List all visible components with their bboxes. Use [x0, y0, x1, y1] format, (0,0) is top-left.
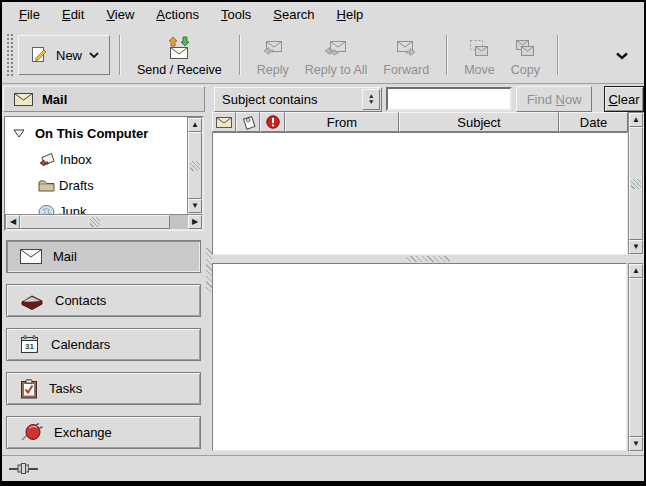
scroll-down-arrow[interactable]: ▼	[188, 199, 202, 213]
scrollbar-thumb[interactable]	[20, 215, 170, 229]
flag-note-icon	[241, 115, 256, 130]
expander-triangle-icon[interactable]	[13, 129, 25, 138]
new-button-label: New	[56, 48, 82, 63]
column-message-status[interactable]	[212, 112, 236, 132]
send-receive-icon	[166, 36, 192, 60]
column-date[interactable]: Date	[559, 112, 628, 132]
new-message-icon	[29, 45, 49, 65]
tree-item-inbox[interactable]: Inbox	[5, 146, 187, 172]
switcher-button-label: Exchange	[54, 425, 112, 440]
preview-pane-scrollbar[interactable]: ▲ ▼	[628, 263, 644, 452]
forward-icon	[394, 38, 418, 60]
content-area: Mail On This Computer	[2, 84, 644, 455]
envelope-status-icon	[216, 117, 232, 128]
scroll-down-arrow[interactable]: ▼	[629, 437, 643, 451]
column-subject[interactable]: Subject	[399, 112, 559, 132]
switcher-button-label: Tasks	[49, 381, 82, 396]
tree-item-junk[interactable]: Junk	[5, 198, 187, 214]
online-status-plug-icon[interactable]	[9, 462, 39, 475]
horizontal-splitter[interactable]	[212, 255, 644, 263]
folder-icon	[38, 179, 55, 192]
forward-label: Forward	[383, 63, 429, 77]
menu-edit[interactable]: Edit	[51, 3, 95, 26]
menu-actions[interactable]: Actions	[145, 3, 210, 26]
dropdown-arrows-icon: ▲▼	[362, 89, 380, 110]
toolbar-separator	[557, 35, 558, 75]
copy-label: Copy	[511, 63, 540, 77]
tree-item-label: Drafts	[59, 178, 94, 193]
tree-item-label: On This Computer	[29, 126, 148, 141]
toolbar-separator	[119, 35, 120, 75]
scroll-up-arrow[interactable]: ▲	[188, 118, 202, 132]
tree-item-label: Inbox	[60, 152, 92, 167]
switcher-button-label: Mail	[53, 249, 77, 264]
column-flag[interactable]	[236, 112, 260, 132]
message-list-body[interactable]	[212, 132, 628, 255]
chevron-down-icon	[616, 52, 628, 60]
switcher-button-mail[interactable]: Mail	[6, 240, 201, 273]
scrollbar-thumb[interactable]	[188, 132, 202, 199]
reply-label: Reply	[257, 63, 289, 77]
scroll-down-arrow[interactable]: ▼	[629, 240, 643, 254]
preview-pane-body[interactable]	[212, 263, 627, 451]
folder-tree-horizontal-scrollbar[interactable]: ◀ ▶	[5, 214, 203, 230]
switcher-button-exchange[interactable]: Exchange	[6, 416, 201, 449]
copy-button[interactable]: Copy	[503, 31, 548, 79]
send-receive-button[interactable]: Send / Receive	[129, 31, 230, 79]
scroll-right-arrow[interactable]: ▶	[188, 215, 202, 229]
scroll-up-arrow[interactable]: ▲	[629, 264, 643, 278]
calendar-icon: 31	[20, 335, 40, 354]
tree-item-on-this-computer[interactable]: On This Computer	[5, 120, 187, 146]
tree-item-drafts[interactable]: Drafts	[5, 172, 187, 198]
toolbar-grip[interactable]	[5, 32, 13, 78]
toolbar-separator	[239, 35, 240, 75]
switcher-button-tasks[interactable]: Tasks	[6, 372, 201, 405]
find-now-button[interactable]: Find Now	[516, 86, 592, 112]
scrollbar-trough[interactable]	[629, 278, 643, 437]
preview-pane: ▲ ▼	[212, 263, 644, 452]
menu-view[interactable]: View	[95, 3, 145, 26]
scrollbar-trough[interactable]	[188, 132, 202, 199]
folder-tree-vertical-scrollbar[interactable]: ▲ ▼	[187, 117, 203, 214]
menu-search[interactable]: Search	[262, 3, 325, 26]
column-from[interactable]: From	[285, 112, 399, 132]
move-button[interactable]: Move	[456, 31, 503, 79]
column-importance[interactable]	[260, 112, 285, 132]
send-receive-label: Send / Receive	[137, 63, 222, 77]
toolbar-overflow-button[interactable]	[612, 44, 632, 67]
switcher-button-calendars[interactable]: 31 Calendars	[6, 328, 201, 361]
scrollbar-trough[interactable]	[20, 215, 188, 229]
message-list: From Subject Date ▲ ▼	[212, 112, 644, 255]
important-icon	[266, 115, 280, 129]
forward-button[interactable]: Forward	[375, 31, 437, 79]
switcher-button-contacts[interactable]: Contacts	[6, 284, 201, 317]
clear-button[interactable]: Clear	[604, 86, 644, 112]
scroll-up-arrow[interactable]: ▲	[629, 113, 643, 127]
tasks-clipboard-icon	[20, 379, 38, 399]
menu-tools[interactable]: Tools	[210, 3, 262, 26]
menu-file[interactable]: File	[8, 3, 51, 26]
evolution-window: File Edit View Actions Tools Search Help…	[0, 0, 646, 486]
scroll-left-arrow[interactable]: ◀	[6, 215, 20, 229]
component-switcher: Mail Contacts 31 Calendars	[6, 240, 201, 449]
menu-help[interactable]: Help	[326, 3, 375, 26]
reply-to-all-button[interactable]: Reply to All	[297, 31, 376, 79]
sidebar-pane-header: Mail	[3, 86, 205, 112]
chevron-down-icon	[89, 52, 99, 58]
new-button[interactable]: New	[18, 35, 110, 75]
copy-icon	[513, 38, 537, 60]
search-bar: Subject contains ▲▼ Find Now Clear	[214, 86, 644, 112]
scrollbar-trough[interactable]	[629, 127, 643, 240]
reply-button[interactable]: Reply	[249, 31, 297, 79]
search-input[interactable]	[386, 87, 512, 111]
scrollbar-thumb[interactable]	[629, 278, 643, 437]
scrollbar-thumb[interactable]	[629, 127, 643, 240]
thumb-grip	[631, 179, 641, 189]
reply-to-all-icon	[324, 38, 348, 60]
switcher-button-label: Calendars	[51, 337, 110, 352]
search-filter-dropdown[interactable]: Subject contains ▲▼	[214, 87, 382, 112]
message-list-scrollbar[interactable]: ▲ ▼	[628, 112, 644, 255]
sidebar: Mail On This Computer	[2, 84, 206, 455]
folder-tree-main: On This Computer Inbox Dra	[5, 117, 203, 214]
mail-envelope-icon	[20, 249, 42, 264]
